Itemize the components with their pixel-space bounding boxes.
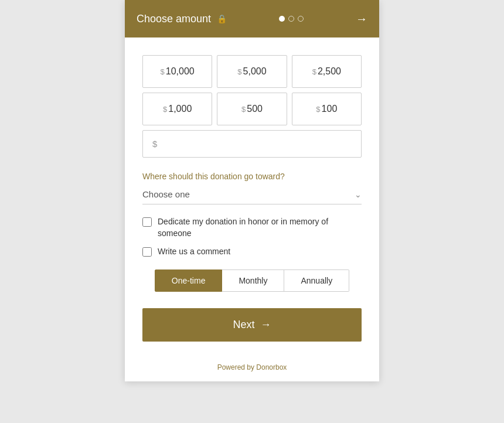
amount-btn-5000[interactable]: $ 5,000: [217, 55, 287, 88]
donation-card: Choose amount 🔒 → $ 10,000 $ 5,000 $ 2,5…: [125, 0, 379, 381]
footer: Powered by Donorbox: [125, 361, 379, 381]
comment-checkbox[interactable]: [142, 247, 152, 257]
dot-3: [298, 16, 304, 22]
amount-value: 2,500: [318, 66, 341, 77]
dedicate-checkbox[interactable]: [142, 217, 152, 227]
frequency-tabs: One-time Monthly Annually: [142, 270, 362, 292]
body: $ 10,000 $ 5,000 $ 2,500 $ 1,000 $ 500 $…: [125, 37, 379, 361]
amount-value: 1,000: [168, 104, 192, 114]
chevron-down-icon: ⌄: [355, 190, 362, 199]
amount-btn-2500[interactable]: $ 2,500: [292, 55, 362, 88]
currency-symbol: $: [161, 67, 165, 76]
dot-1: [279, 16, 285, 22]
destination-select[interactable]: Choose one ⌄: [142, 186, 362, 204]
dot-2: [288, 16, 294, 22]
custom-currency-label: $: [152, 139, 157, 149]
tab-monthly[interactable]: Monthly: [222, 270, 284, 292]
next-label: Next: [233, 319, 254, 331]
amount-btn-10000[interactable]: $ 10,000: [142, 55, 212, 88]
destination-value: Choose one: [142, 189, 190, 199]
tab-annually[interactable]: Annually: [284, 270, 349, 292]
header-left: Choose amount 🔒: [137, 13, 227, 25]
lock-icon: 🔒: [217, 14, 227, 23]
currency-symbol: $: [237, 67, 241, 76]
dedicate-label[interactable]: Dedicate my donation in honor or in memo…: [158, 216, 362, 239]
currency-symbol: $: [241, 105, 246, 114]
page-title: Choose amount: [137, 13, 211, 25]
header-next-arrow[interactable]: →: [356, 12, 367, 26]
powered-by-link[interactable]: Powered by Donorbox: [217, 363, 287, 371]
amount-value: 100: [322, 104, 338, 114]
progress-dots: [279, 16, 304, 22]
amount-grid: $ 10,000 $ 5,000 $ 2,500 $ 1,000 $ 500 $…: [142, 55, 362, 125]
amount-value: 5,000: [243, 66, 267, 77]
comment-checkbox-row: Write us a comment: [142, 246, 362, 258]
currency-symbol: $: [312, 67, 316, 76]
comment-label[interactable]: Write us a comment: [158, 246, 230, 258]
amount-btn-100[interactable]: $ 100: [292, 93, 362, 125]
next-button[interactable]: Next →: [142, 308, 362, 342]
currency-symbol: $: [316, 105, 320, 114]
amount-value: 500: [247, 104, 263, 114]
next-arrow-icon: →: [261, 319, 271, 331]
amount-btn-1000[interactable]: $ 1,000: [142, 93, 212, 125]
amount-value: 10,000: [166, 66, 195, 77]
custom-amount-wrap: $: [142, 130, 362, 158]
custom-amount-input[interactable]: [159, 139, 352, 149]
amount-btn-500[interactable]: $ 500: [217, 93, 287, 125]
header: Choose amount 🔒 →: [125, 0, 379, 37]
currency-symbol: $: [163, 105, 167, 114]
tab-one-time[interactable]: One-time: [155, 270, 223, 292]
dedicate-checkbox-row: Dedicate my donation in honor or in memo…: [142, 216, 362, 239]
destination-label: Where should this donation go toward?: [142, 172, 362, 181]
